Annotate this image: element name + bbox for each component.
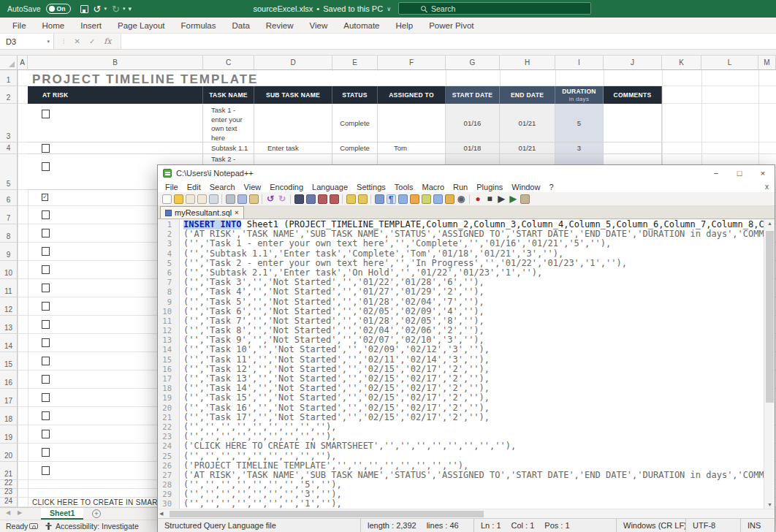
save-all-icon[interactable]: [197, 194, 207, 204]
row-header-12[interactable]: 12: [0, 297, 18, 316]
column-header-F[interactable]: F: [378, 56, 446, 70]
row-header-19[interactable]: 19: [0, 425, 18, 444]
checkbox-row15[interactable]: [42, 357, 50, 365]
scroll-down-icon[interactable]: ▼: [764, 502, 775, 507]
checkbox-row9[interactable]: [42, 247, 50, 256]
stop-macro-icon[interactable]: ■: [485, 194, 495, 204]
undo-icon[interactable]: ↺: [94, 4, 102, 14]
row-header-8[interactable]: 8: [0, 224, 18, 243]
checkbox-row18[interactable]: [42, 411, 50, 420]
cell-E4-status[interactable]: Complete: [332, 142, 378, 154]
checkbox-row20[interactable]: [42, 448, 50, 457]
ribbon-tab-review[interactable]: Review: [258, 21, 302, 30]
column-header-G[interactable]: G: [446, 56, 500, 70]
column-header-C[interactable]: C: [203, 56, 254, 70]
indent-guide-icon[interactable]: [398, 194, 408, 204]
npp-menu-file[interactable]: File: [161, 183, 183, 191]
maximize-button[interactable]: □: [728, 165, 751, 181]
next-sheet-icon[interactable]: ▶: [18, 509, 22, 516]
ribbon-tab-power-pivot[interactable]: Power Pivot: [421, 21, 482, 30]
cell-B4[interactable]: [28, 142, 203, 154]
new-file-icon[interactable]: [162, 194, 172, 204]
row-header-10[interactable]: 10: [0, 261, 18, 279]
column-header-H[interactable]: H: [500, 56, 555, 70]
table-header-start-date[interactable]: START DATE: [446, 86, 500, 104]
cell-D4-sub-task[interactable]: Enter task: [254, 142, 332, 154]
undo-dropdown-icon[interactable]: ▾: [104, 6, 107, 12]
show-all-characters-icon[interactable]: ¶: [387, 194, 396, 204]
npp-menu-view[interactable]: View: [240, 183, 266, 191]
npp-menu-search[interactable]: Search: [205, 183, 240, 191]
row-header-5[interactable]: 5: [0, 154, 18, 190]
print-icon[interactable]: [209, 194, 218, 204]
table-header-sub-task-name[interactable]: SUB TASK NAME: [254, 86, 332, 104]
sheet-tab-sheet1[interactable]: Sheet1: [41, 508, 83, 520]
cell-D3-selected[interactable]: [254, 104, 332, 142]
find-icon[interactable]: [294, 194, 304, 204]
cell-H4-end-date[interactable]: 01/21: [500, 142, 555, 154]
ribbon-tab-data[interactable]: Data: [224, 21, 258, 30]
cell-C4-task-name[interactable]: Subtask 1.1: [203, 142, 254, 154]
vertical-scrollbar[interactable]: ▲ ▼: [764, 219, 775, 509]
checkbox-row10[interactable]: [42, 265, 50, 274]
code-editor[interactable]: 1INSERT INTO Sheet1 (PROJECT_TIMELINE_TE…: [158, 219, 775, 509]
replace-icon[interactable]: [306, 194, 316, 204]
save-macro-icon[interactable]: [520, 194, 530, 204]
name-box[interactable]: D3 ▾: [0, 34, 54, 49]
checkbox-row8[interactable]: [42, 229, 50, 238]
column-header-K[interactable]: K: [662, 56, 701, 70]
close-document-icon[interactable]: x: [765, 183, 769, 191]
column-header-E[interactable]: E: [332, 56, 378, 70]
chevron-down-icon[interactable]: ∨: [387, 6, 391, 12]
formula-input[interactable]: [121, 34, 776, 49]
cell-J3-comments[interactable]: [604, 104, 662, 142]
paste-icon[interactable]: [249, 194, 259, 204]
search-results-2-icon[interactable]: [358, 194, 368, 204]
column-header-A[interactable]: A: [18, 56, 28, 70]
insert-mode-status[interactable]: INS: [740, 519, 775, 532]
folder-workspace-icon[interactable]: [445, 194, 454, 204]
undo-icon[interactable]: ↺: [266, 194, 275, 204]
cell-J4-comments[interactable]: [604, 142, 662, 154]
ribbon-tab-file[interactable]: File: [4, 21, 34, 30]
row-header-1[interactable]: 1: [0, 70, 18, 86]
row-header-9[interactable]: 9: [0, 243, 18, 261]
enter-icon[interactable]: ✓: [89, 37, 95, 45]
row-header-15[interactable]: 15: [0, 352, 18, 370]
find-prev-icon[interactable]: [318, 194, 327, 204]
column-header-J[interactable]: J: [604, 56, 662, 70]
scroll-up-icon[interactable]: ▲: [764, 221, 775, 226]
npp-menu-[interactable]: ?: [544, 183, 558, 191]
ribbon-tab-help[interactable]: Help: [387, 21, 421, 30]
record-macro-icon[interactable]: ●: [473, 194, 483, 204]
customize-quick-access-icon[interactable]: ▾: [128, 5, 132, 12]
row-header-2[interactable]: 2: [0, 86, 18, 104]
save-icon[interactable]: [186, 194, 195, 204]
row-header-6[interactable]: 6: [0, 190, 18, 206]
new-sheet-button[interactable]: +: [92, 509, 101, 518]
table-header-at-risk[interactable]: AT RISK: [28, 86, 203, 104]
cell-I4-duration[interactable]: 3: [555, 142, 604, 154]
accessibility-status[interactable]: Accessibility: Investigate: [56, 522, 139, 531]
cell-G3-start-date[interactable]: 01/16: [446, 104, 500, 142]
macro-record-icon[interactable]: [29, 523, 38, 529]
row-header-11[interactable]: 11: [0, 279, 18, 297]
sheet-title[interactable]: PROJECT TIMELINE TEMPLATE: [32, 72, 258, 87]
horizontal-scroll-thumb[interactable]: [170, 511, 484, 517]
column-header-B[interactable]: B: [28, 56, 203, 70]
eol-format-status[interactable]: Windows (CR LF): [616, 519, 685, 532]
cut-icon[interactable]: [226, 194, 235, 204]
insert-function-icon[interactable]: fx: [104, 37, 111, 46]
save-icon[interactable]: [80, 5, 88, 13]
cell-F3[interactable]: [378, 104, 446, 142]
npp-menu-tools[interactable]: Tools: [390, 183, 418, 191]
cell-I3-duration[interactable]: 5: [555, 104, 604, 142]
checkbox-row14[interactable]: [42, 338, 50, 347]
doc-map-icon[interactable]: [410, 194, 419, 204]
close-button[interactable]: ×: [751, 165, 775, 181]
cell-C3-task-name[interactable]: Task 1 - enter your own text here: [203, 104, 254, 142]
table-header-task-name[interactable]: TASK NAME: [203, 86, 254, 104]
run-macro-multiple-icon[interactable]: ▶: [509, 194, 518, 204]
npp-menu-encoding[interactable]: Encoding: [265, 183, 308, 191]
checkbox-row4[interactable]: [42, 144, 50, 153]
